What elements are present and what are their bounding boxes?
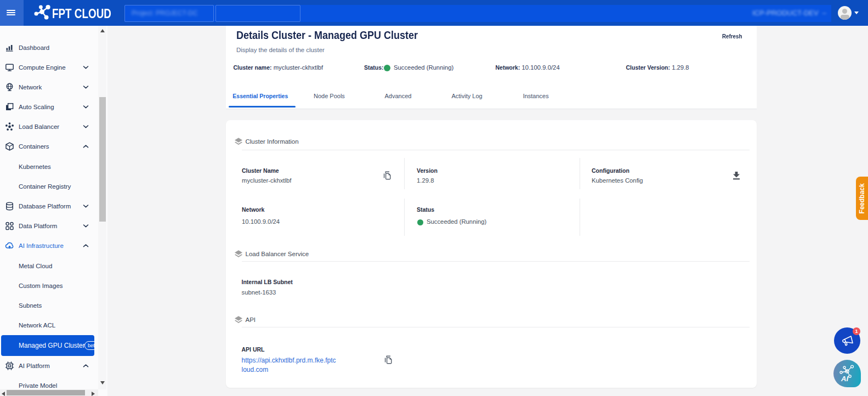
svg-text:AI: AI	[841, 375, 848, 383]
